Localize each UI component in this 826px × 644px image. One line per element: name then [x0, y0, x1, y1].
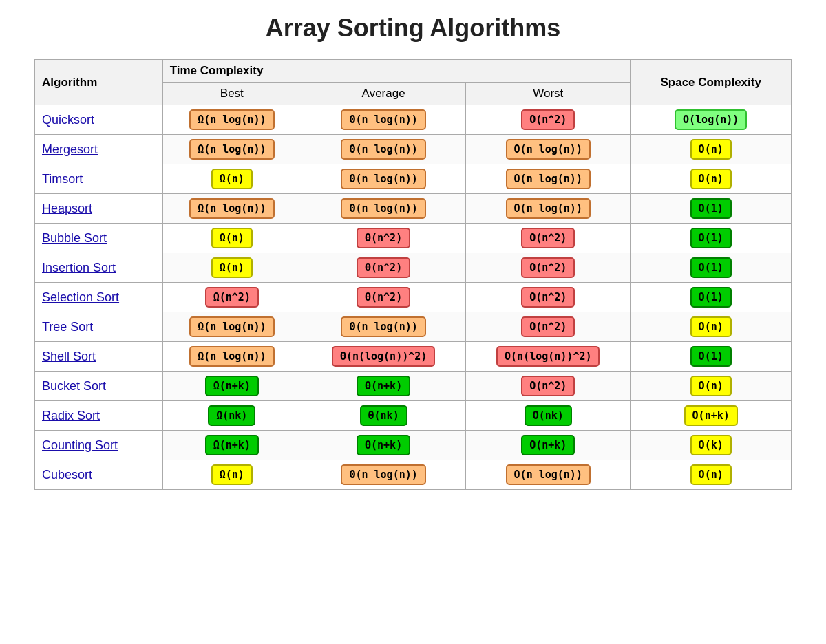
average-cell: Θ(n log(n)) — [301, 194, 466, 224]
space-cell: O(1) — [631, 224, 792, 253]
average-cell: Θ(n log(n)) — [301, 105, 466, 135]
algo-name-bucket-sort[interactable]: Bucket Sort — [35, 372, 163, 401]
col-subheader-average: Average — [301, 83, 466, 105]
average-cell: Θ(n log(n)) — [301, 460, 466, 490]
best-cell: Ω(nk) — [162, 401, 301, 431]
algo-name-selection-sort[interactable]: Selection Sort — [35, 283, 163, 312]
space-cell: O(n) — [631, 135, 792, 164]
average-cell: Θ(n+k) — [301, 431, 466, 460]
worst-time-cell: O(n^2) — [466, 283, 631, 312]
col-header-space: Space Complexity — [631, 60, 792, 105]
space-cell: O(k) — [631, 431, 792, 460]
best-cell: Ω(n+k) — [162, 431, 301, 460]
best-cell: Ω(n^2) — [162, 283, 301, 312]
algo-name-counting-sort[interactable]: Counting Sort — [35, 431, 163, 460]
worst-time-cell: O(nk) — [466, 401, 631, 431]
algo-name-tree-sort[interactable]: Tree Sort — [35, 312, 163, 342]
best-cell: Ω(n log(n)) — [162, 312, 301, 342]
best-cell: Ω(n) — [162, 164, 301, 194]
worst-time-cell: O(n+k) — [466, 431, 631, 460]
space-cell: O(n) — [631, 460, 792, 490]
algo-name-timsort[interactable]: Timsort — [35, 164, 163, 194]
worst-time-cell: O(n^2) — [466, 253, 631, 283]
average-cell: Θ(n log(n)) — [301, 164, 466, 194]
best-cell: Ω(n log(n)) — [162, 194, 301, 224]
algo-name-bubble-sort[interactable]: Bubble Sort — [35, 224, 163, 253]
best-cell: Ω(n+k) — [162, 372, 301, 401]
best-cell: Ω(n) — [162, 460, 301, 490]
average-cell: Θ(n^2) — [301, 283, 466, 312]
space-cell: O(n+k) — [631, 401, 792, 431]
algo-name-heapsort[interactable]: Heapsort — [35, 194, 163, 224]
space-cell: O(n) — [631, 312, 792, 342]
average-cell: Θ(n(log(n))^2) — [301, 342, 466, 372]
algo-name-cubesort[interactable]: Cubesort — [35, 460, 163, 490]
best-cell: Ω(n) — [162, 224, 301, 253]
worst-time-cell: O(n^2) — [466, 105, 631, 135]
col-subheader-best: Best — [162, 83, 301, 105]
average-cell: Θ(nk) — [301, 401, 466, 431]
worst-time-cell: O(n(log(n))^2) — [466, 342, 631, 372]
space-cell: O(1) — [631, 283, 792, 312]
worst-time-cell: O(n^2) — [466, 224, 631, 253]
col-header-algorithm: Algorithm — [35, 60, 163, 105]
best-cell: Ω(n log(n)) — [162, 135, 301, 164]
average-cell: Θ(n+k) — [301, 372, 466, 401]
page-title: Array Sorting Algorithms — [266, 14, 561, 43]
worst-time-cell: O(n log(n)) — [466, 460, 631, 490]
space-cell: O(1) — [631, 342, 792, 372]
worst-time-cell: O(n log(n)) — [466, 164, 631, 194]
average-cell: Θ(n log(n)) — [301, 312, 466, 342]
best-cell: Ω(n) — [162, 253, 301, 283]
best-cell: Ω(n log(n)) — [162, 105, 301, 135]
average-cell: Θ(n^2) — [301, 224, 466, 253]
space-cell: O(n) — [631, 164, 792, 194]
space-cell: O(1) — [631, 253, 792, 283]
best-cell: Ω(n log(n)) — [162, 342, 301, 372]
worst-time-cell: O(n log(n)) — [466, 194, 631, 224]
algo-name-insertion-sort[interactable]: Insertion Sort — [35, 253, 163, 283]
worst-time-cell: O(n^2) — [466, 312, 631, 342]
worst-time-cell: O(n^2) — [466, 372, 631, 401]
algo-name-quicksort[interactable]: Quicksort — [35, 105, 163, 135]
average-cell: Θ(n^2) — [301, 253, 466, 283]
space-cell: O(n) — [631, 372, 792, 401]
algorithm-table: Algorithm Time Complexity Space Complexi… — [34, 59, 792, 490]
algo-name-radix-sort[interactable]: Radix Sort — [35, 401, 163, 431]
algo-name-mergesort[interactable]: Mergesort — [35, 135, 163, 164]
col-subheader-worst-time: Worst — [466, 83, 631, 105]
col-header-time: Time Complexity — [162, 60, 631, 83]
space-cell: O(log(n)) — [631, 105, 792, 135]
space-cell: O(1) — [631, 194, 792, 224]
algo-name-shell-sort[interactable]: Shell Sort — [35, 342, 163, 372]
worst-time-cell: O(n log(n)) — [466, 135, 631, 164]
average-cell: Θ(n log(n)) — [301, 135, 466, 164]
